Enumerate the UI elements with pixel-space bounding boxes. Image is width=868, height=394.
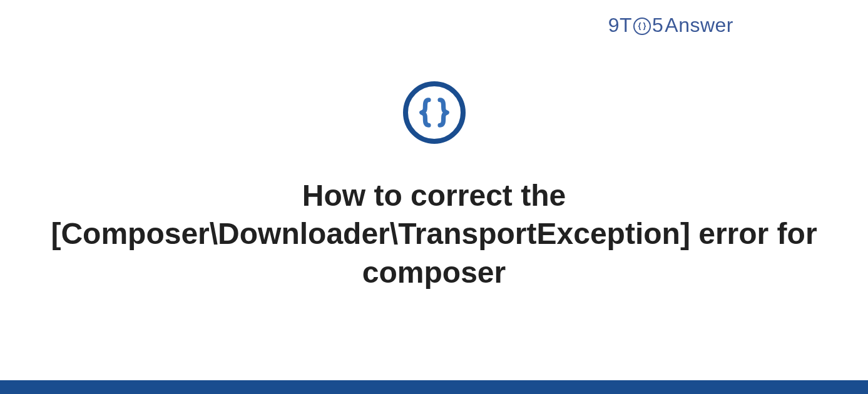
logo-braces-icon <box>633 18 651 35</box>
site-logo: 9 T 5 Answer <box>608 14 733 37</box>
logo-text-9: 9 <box>608 14 620 37</box>
code-braces-icon <box>403 81 466 144</box>
logo-text-answer: Answer <box>665 14 733 37</box>
page-title: How to correct the [Composer\Downloader\… <box>0 176 868 291</box>
bottom-accent-bar <box>0 380 868 394</box>
logo-text-t: T <box>620 14 632 37</box>
logo-text-5: 5 <box>652 14 663 37</box>
